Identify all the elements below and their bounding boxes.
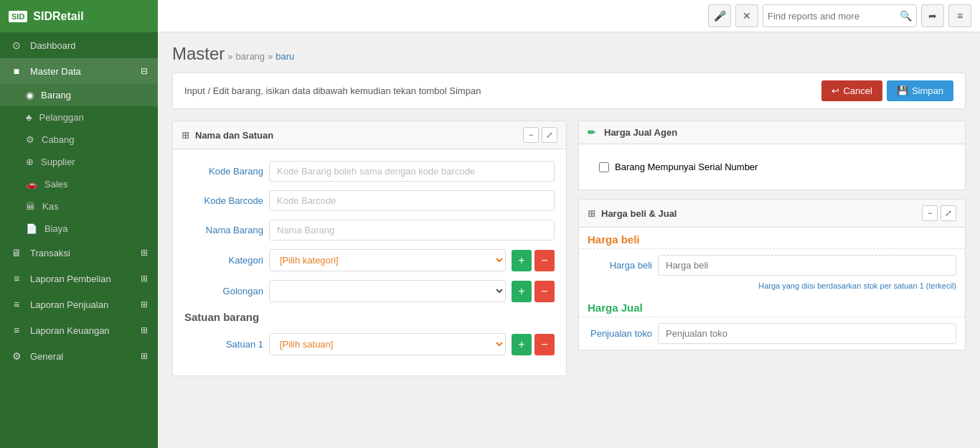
supplier-icon: ⊕ [26,157,34,167]
sidebar-label-kas: Kas [42,201,58,212]
kategori-remove-button[interactable]: − [534,250,555,271]
harga-beli-jual-header: ⊞ Harga beli & Jual − ⤢ [579,200,965,228]
right-column: ✏ Harga Jual Agen Barang Mempunyai Seria… [578,121,966,376]
nama-barang-input[interactable] [269,220,555,241]
golongan-row: Golongan + − [184,280,555,302]
barang-icon: ◉ [26,90,34,101]
panel-header-icon: ⊞ [182,130,189,141]
sidebar-item-laporan-keuangan[interactable]: ≡ Laporan Keuangan ⊞ [0,317,158,343]
golongan-select[interactable] [269,280,506,302]
laporan-pembelian-expand-icon: ⊞ [141,274,148,284]
harga-beli-jual-controls: − ⤢ [922,205,956,221]
serial-number-checkbox[interactable] [599,162,609,172]
page-content: Master » barang » baru Input / Edit bara… [158,32,980,448]
sidebar-label-pelanggan: Pelanggan [39,112,84,123]
satuan1-add-button[interactable]: + [512,334,532,355]
app-logo: SID [9,11,27,22]
sidebar: SID SIDRetail ⊙ Dashboard ■ Master Data … [0,0,158,448]
satuan1-label: Satuan 1 [184,339,263,350]
kas-icon: 🏛 [26,201,35,212]
sidebar-label-sales: Sales [44,179,68,190]
kode-barang-input[interactable] [269,161,555,182]
harga-beli-section-title: Harga beli [579,228,965,249]
kategori-select[interactable]: [Pilih kategori] [269,249,506,271]
sidebar-item-pelanggan[interactable]: ♣ Pelanggan [0,106,158,129]
kode-barcode-row: Kode Barcode [184,190,555,211]
cancel-button[interactable]: ↩ Cancel [821,80,882,101]
sidebar-label-cabang: Cabang [42,134,75,145]
nama-satuan-title: Nama dan Satuan [195,130,273,141]
golongan-label: Golongan [184,286,263,297]
kategori-add-button[interactable]: + [512,250,532,271]
menu-button[interactable]: ≡ [948,4,971,27]
penjualan-toko-row: Penjualan toko [579,323,965,344]
simpan-icon: 💾 [897,85,908,96]
sidebar-label-general: General [30,351,63,362]
harga-panel-expand-button[interactable]: ⤢ [941,205,956,221]
panel-expand-button[interactable]: ⤢ [542,127,557,143]
nama-satuan-panel: ⊞ Nama dan Satuan − ⤢ Kode Barang [172,121,567,376]
close-button[interactable]: ✕ [735,4,758,27]
main-content: 🎤 ✕ 🔍 ➦ ≡ Master » barang » baru Input /… [158,0,980,448]
sidebar-item-cabang[interactable]: ⚙ Cabang [0,129,158,151]
master-data-expand-icon: ⊟ [141,66,148,76]
search-input[interactable] [768,11,897,22]
harga-beli-jual-header-left: ⊞ Harga beli & Jual [588,208,677,219]
sidebar-label-master-data: Master Data [30,66,81,77]
kode-barcode-input[interactable] [269,190,555,211]
sidebar-item-biaya[interactable]: 📄 Biaya [0,218,158,240]
sidebar-item-laporan-pembelian[interactable]: ≡ Laporan Pembelian ⊞ [0,266,158,291]
sidebar-item-kas[interactable]: 🏛 Kas [0,195,158,218]
harga-hint-middle: berdasarkan stok per satuan 1 (terkecil) [817,281,956,290]
cancel-icon: ↩ [831,85,839,96]
panel-minimize-button[interactable]: − [523,127,539,143]
breadcrumb-barang[interactable]: barang [236,51,265,62]
satuan1-buttons: + − [512,334,555,355]
breadcrumb-current: baru [275,51,294,62]
share-button[interactable]: ➦ [921,4,944,27]
nama-barang-label: Nama Barang [184,225,263,235]
golongan-remove-button[interactable]: − [534,281,555,302]
sidebar-label-laporan-penjualan: Laporan Penjualan [30,299,108,310]
sidebar-item-general[interactable]: ⚙ General ⊞ [0,343,158,369]
simpan-button[interactable]: 💾 Simpan [887,80,953,101]
harga-beli-row: Harga beli [579,255,965,276]
harga-beli-label: Harga beli [588,260,652,271]
harga-beli-jual-panel: ⊞ Harga beli & Jual − ⤢ Harga beli Harga… [578,199,966,350]
cancel-label: Cancel [843,85,872,96]
general-icon: ⚙ [10,350,23,362]
harga-jual-section-title: Harga Jual [579,296,965,317]
breadcrumb-sep2: » [268,51,273,62]
laporan-penjualan-icon: ≡ [10,299,23,310]
pelanggan-icon: ♣ [26,112,32,123]
mic-button[interactable]: 🎤 [708,4,731,27]
harga-agen-header-left: ✏ Harga Jual Agen [588,127,677,138]
sidebar-item-sales[interactable]: 🚗 Sales [0,173,158,195]
kategori-buttons: + − [512,250,555,271]
kode-barcode-label: Kode Barcode [184,195,263,206]
sidebar-item-transaksi[interactable]: 🖥 Transaksi ⊞ [0,240,158,266]
harga-panel-minimize-button[interactable]: − [922,205,938,221]
kategori-label: Kategori [184,255,263,266]
simpan-label: Simpan [912,85,943,96]
harga-jual-agen-title: Harga Jual Agen [604,127,677,138]
penjualan-toko-input[interactable] [658,323,956,344]
laporan-pembelian-icon: ≡ [10,273,23,284]
golongan-add-button[interactable]: + [512,281,532,302]
harga-hint-prefix: Harga yang diisi [758,281,817,290]
cabang-icon: ⚙ [26,134,34,145]
serial-number-label: Barang Mempunyai Serial Number [615,162,758,172]
sidebar-item-barang[interactable]: ◉ Barang [0,84,158,106]
satuan1-remove-button[interactable]: − [534,334,555,355]
harga-beli-jual-body: Harga beli Harga beli Harga yang diisi b… [579,228,965,344]
search-box: 🔍 [763,4,917,27]
sidebar-item-laporan-penjualan[interactable]: ≡ Laporan Penjualan ⊞ [0,291,158,317]
penjualan-toko-label: Penjualan toko [588,328,652,339]
satuan1-select[interactable]: [Pilih satuan] [269,333,506,355]
harga-beli-input[interactable] [658,255,956,276]
sidebar-label-laporan-pembelian: Laporan Pembelian [30,274,111,284]
sidebar-item-master-data[interactable]: ■ Master Data ⊟ [0,58,158,84]
breadcrumb-main: Master [172,44,225,64]
sidebar-item-supplier[interactable]: ⊕ Supplier [0,151,158,173]
sidebar-item-dashboard[interactable]: ⊙ Dashboard [0,32,158,58]
